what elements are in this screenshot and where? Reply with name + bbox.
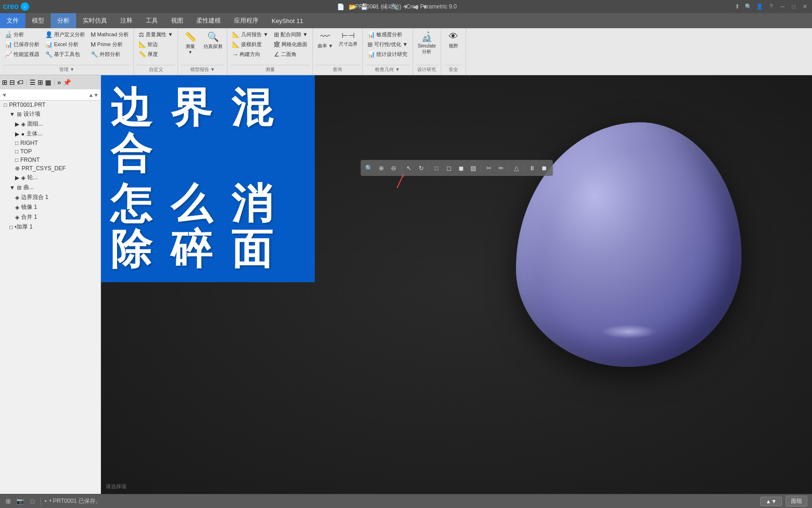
geo-report-btn[interactable]: 📐几何报告 ▼ (230, 30, 270, 39)
simulate-btn[interactable]: 🔬 Simulate 分析 (416, 30, 438, 56)
mesh-surf-btn[interactable]: 🕸网格化曲面 (272, 40, 310, 49)
ribbon-items-check: 📊敏感度分析 ⊞可行性/优化 ▼ 📊统计设计研究 (366, 30, 410, 64)
sim-probe-btn[interactable]: 🔍 仿真探测 (202, 30, 224, 51)
saved-analysis-btn[interactable]: 📊已保存分析 (3, 40, 41, 49)
tree-item-thicken[interactable]: □ • 加厚 1 (0, 222, 101, 232)
grid-view-icon[interactable]: ▦ (45, 79, 51, 86)
user-analysis-btn[interactable]: 👤用户定义分析 (43, 30, 87, 39)
dihedral-btn[interactable]: ∠二面角 (272, 50, 310, 59)
check-geo-group-title: 检查几何 ▼ (366, 65, 410, 73)
close-button[interactable]: ✕ (800, 2, 810, 11)
menu-apps[interactable]: 应用程序 (227, 13, 265, 28)
tree-item-top[interactable]: □ TOP (0, 147, 101, 156)
build-dir-btn[interactable]: →构建方向 (230, 50, 270, 59)
zoom-in-btn[interactable]: ⊕ (375, 162, 387, 174)
view-box-btn[interactable]: □ (431, 162, 442, 174)
tree-item-csys[interactable]: ⊕ PRT_CSYS_DEF (0, 164, 101, 173)
tree-item-right[interactable]: □ RIGHT (0, 139, 101, 147)
draft-angle-btn[interactable]: 📐拔模斜度 (230, 40, 270, 49)
dim-bound-btn[interactable]: ⊢⊣ 尺寸边界 (337, 30, 359, 48)
search-icon[interactable]: 🔍 (743, 2, 754, 11)
maximize-button[interactable]: □ (789, 2, 799, 11)
menu-simulation[interactable]: 实时仿真 (76, 13, 114, 28)
tree-item-mirror[interactable]: ◈ 镜像 1 (0, 202, 101, 212)
expand-icon4: ▶ (15, 175, 19, 181)
mass-props-btn[interactable]: ⚖质量属性 ▼ (137, 30, 175, 39)
excel-analysis-btn[interactable]: 📊Excel 分析 (43, 40, 87, 49)
tree-icon2[interactable]: 🏷 (17, 79, 23, 86)
view-mode-selector[interactable]: ▲▼ (760, 497, 782, 506)
status-right: ▲▼ 面组 (760, 496, 812, 507)
status-box-icon[interactable]: □ (27, 496, 38, 507)
fit-gap-btn[interactable]: ⊞配合间隙 ▼ (272, 30, 310, 39)
zoom-fit-btn[interactable]: 🔍 (363, 162, 375, 174)
expand-icon: ▼ (9, 111, 15, 118)
tree-item-surface-group[interactable]: ▼ ⊞ 曲... (0, 183, 101, 192)
zoom-out-btn[interactable]: ⊖ (388, 162, 399, 174)
top-toolbar-expand-icon[interactable]: ⬆ (732, 2, 742, 11)
menu-file[interactable]: 文件 (0, 13, 25, 28)
surface-group-btn[interactable]: 面组 (786, 496, 807, 507)
ribbon-items-safety: 👁 视野 (444, 30, 463, 64)
tree-filter: ▼ ▲▼ (0, 89, 101, 101)
measure-btn[interactable]: 📏 测量▼ (181, 30, 200, 56)
tree-view-icon[interactable]: ⊞ (38, 79, 43, 86)
curvature-btn[interactable]: 〰 曲率 ▼ (316, 30, 335, 50)
list-view-icon[interactable]: ☰ (30, 79, 36, 86)
status-camera-icon[interactable]: 📷 (15, 496, 25, 507)
feasibility-btn[interactable]: ⊞可行性/优化 ▼ (366, 40, 410, 49)
menu-annotation[interactable]: 注释 (114, 13, 139, 28)
thickness-btn[interactable]: 📏厚度 (137, 50, 175, 59)
new-icon[interactable]: 📄 (336, 2, 346, 11)
collapse-icon[interactable]: » (57, 79, 61, 86)
tree-item-design[interactable]: ▼ ⊞ 设计项 (0, 109, 101, 119)
perf-monitor-btn[interactable]: 📈性能监视器 (3, 50, 41, 59)
minimize-button[interactable]: ─ (777, 2, 788, 11)
external-btn[interactable]: 🔧外部分析 (89, 50, 131, 59)
file-icon: □ (4, 102, 7, 108)
tree-item-merge[interactable]: ◈ 合并 1 (0, 212, 101, 222)
stop-btn[interactable]: ⏹ (539, 162, 550, 174)
account-icon[interactable]: 👤 (755, 2, 765, 11)
prime-btn[interactable]: MPrime 分析 (89, 40, 131, 49)
annotate-btn[interactable]: ✏ (495, 162, 507, 174)
section-btn[interactable]: ✂ (483, 162, 494, 174)
menu-analysis[interactable]: 分析 (51, 13, 76, 28)
mathcad-btn[interactable]: MMathcad 分析 (89, 30, 131, 39)
menu-keyshot[interactable]: KeyShot 11 (265, 13, 310, 28)
triangle-btn[interactable]: △ (511, 162, 522, 174)
stat-design-btn[interactable]: 📊统计设计研究 (366, 50, 410, 59)
tree-item-surface[interactable]: ▶ ◈ 面组... (0, 119, 101, 129)
analysis-btn[interactable]: 🔬分析 (3, 30, 41, 39)
edge-btn[interactable]: ▨ (468, 162, 479, 174)
tree-item-boundary-blend[interactable]: ◈ 边界混合 1 (0, 192, 101, 202)
tree-item-contour[interactable]: ▶ ◈ 轮... (0, 173, 101, 183)
pin-icon[interactable]: 📌 (63, 79, 71, 86)
sensitivity-btn[interactable]: 📊敏感度分析 (366, 30, 410, 39)
tree-search-input[interactable] (9, 92, 88, 98)
toolbox-btn[interactable]: 🔧基于工具包 (43, 50, 87, 59)
menu-flexible[interactable]: 柔性建模 (190, 13, 227, 28)
pause-btn[interactable]: ⏸ (526, 162, 538, 174)
tree-list-icon[interactable]: ⊟ (9, 79, 15, 86)
3d-viewport[interactable]: 边 界 混 合 怎 么 消 除 碎 面 🔍 ⊕ ⊖ ↖ ↻ □ ◻ ◼ ▨ ✂ … (101, 75, 812, 494)
menu-bar: 文件 模型 分析 实时仿真 注释 工具 视图 柔性建模 应用程序 KeyShot… (0, 13, 812, 28)
short-edge-btn[interactable]: 📐矩边 (137, 40, 175, 49)
tree-item-front[interactable]: □ FRONT (0, 156, 101, 164)
rotate-btn[interactable]: ↻ (415, 162, 427, 174)
filter-arrows[interactable]: ▲▼ (88, 92, 99, 98)
status-grid-icon[interactable]: ⊞ (3, 496, 13, 507)
help-icon[interactable]: ? (766, 2, 776, 11)
design-study-group-title: 设计研究 (416, 65, 438, 73)
menu-tools[interactable]: 工具 (139, 13, 164, 28)
menu-model[interactable]: 模型 (25, 13, 51, 28)
view-field-btn[interactable]: 👁 视野 (444, 30, 463, 50)
select-btn[interactable]: ↖ (403, 162, 414, 174)
tree-item-body[interactable]: ▶ ● 主体... (0, 129, 101, 139)
shade-btn[interactable]: ◼ (455, 162, 467, 174)
menu-view[interactable]: 视图 (164, 13, 190, 28)
tree-grid-icon[interactable]: ⊞ (2, 79, 8, 86)
tree-item-prt0001[interactable]: □ PRT0001.PRT (0, 101, 101, 109)
view-mode-btn[interactable]: ◻ (443, 162, 454, 174)
measure-group-title2: 测量 (230, 65, 310, 73)
